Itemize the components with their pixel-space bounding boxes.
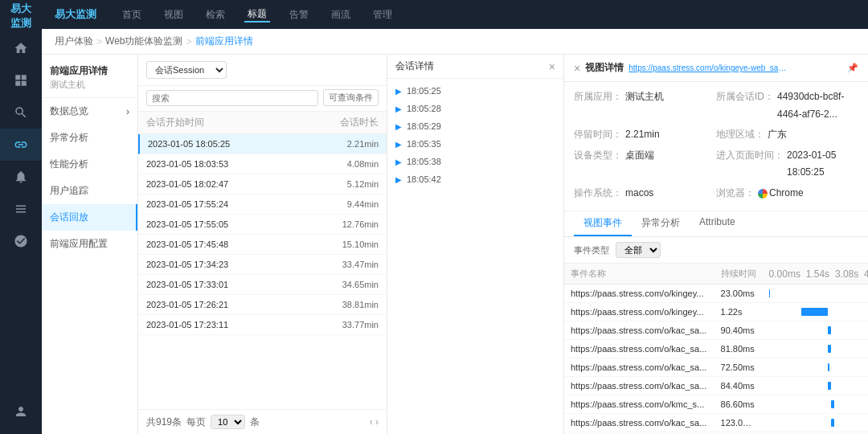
detail-close-button[interactable]: × bbox=[574, 62, 580, 75]
breadcrumb-item-1[interactable]: 用户体验 bbox=[55, 35, 93, 48]
nav-item-manage[interactable]: 管理 bbox=[370, 8, 395, 22]
session-id-value: 44930dcb-bc8f-4464-af76-2... bbox=[777, 88, 858, 123]
sidebar-icons bbox=[0, 32, 42, 257]
conv-close-button[interactable]: × bbox=[549, 60, 555, 73]
menu-item-performance[interactable]: 性能分析 bbox=[42, 151, 137, 178]
session-row[interactable]: 2023-01-05 17:45:48 15.10min bbox=[138, 235, 387, 255]
event-duration-cell: 1.22s bbox=[714, 303, 763, 321]
menu-item-overview[interactable]: 数据总览 › bbox=[42, 98, 137, 125]
session-row[interactable]: 2023-01-05 17:26:21 38.81min bbox=[138, 295, 387, 315]
sidebar-item-link[interactable] bbox=[0, 129, 42, 161]
session-type-select[interactable]: 会话Session bbox=[146, 61, 227, 79]
session-row[interactable]: 2023-01-05 17:55:24 9.44min bbox=[138, 194, 387, 215]
session-row[interactable]: 2023-01-05 18:03:53 4.08min bbox=[138, 154, 387, 174]
session-row[interactable]: 2023-01-05 17:33:01 34.65min bbox=[138, 275, 387, 295]
event-type-select[interactable]: 全部 bbox=[616, 242, 661, 258]
event-table-row[interactable]: https://paas.stress.com/o/kmc_s...86.60m… bbox=[564, 395, 868, 414]
sidebar-item-alert[interactable] bbox=[0, 161, 42, 193]
tab-attribute[interactable]: Attribute bbox=[690, 211, 745, 236]
session-duration: 12.76min bbox=[322, 219, 379, 229]
menu-item-exception[interactable]: 异常分析 bbox=[42, 125, 137, 151]
session-row[interactable]: 2023-01-05 17:34:23 33.47min bbox=[138, 255, 387, 275]
conv-item[interactable]: ▶ 18:05:42 bbox=[387, 170, 563, 188]
sidebar-item-home[interactable] bbox=[0, 32, 42, 64]
session-search-input[interactable] bbox=[146, 90, 318, 106]
session-time: 2023-01-05 17:33:01 bbox=[146, 280, 322, 289]
sidebar-item-dashboard[interactable] bbox=[0, 64, 42, 96]
timeline-bar bbox=[831, 400, 834, 408]
event-table-row[interactable]: https://paas.stress.com/o/kac_sa...81.80… bbox=[564, 340, 868, 358]
col-header-time: 会话开始时间 bbox=[146, 116, 322, 129]
event-table-row[interactable]: https://paas.stress.com/o/kac_sa...72.50… bbox=[564, 358, 868, 377]
event-timeline-cell bbox=[763, 395, 868, 414]
session-list-footer: 共919条 每页 10 20 50 条 ‹ › bbox=[138, 409, 387, 434]
nav-item-view[interactable]: 视图 bbox=[161, 8, 186, 22]
event-table-row[interactable]: https://paas.stress.com/o/kac_sa...90.40… bbox=[564, 321, 868, 340]
conv-time: 18:05:28 bbox=[407, 104, 441, 113]
session-duration: 33.77min bbox=[322, 320, 379, 330]
session-row[interactable]: 2023-01-05 17:23:11 33.77min bbox=[138, 315, 387, 335]
content-area: 前端应用详情 测试主机 数据总览 › 异常分析 性能分析 用户追踪 会话回放 前… bbox=[42, 55, 868, 434]
detail-tabs: 视图事件 异常分析 Attribute bbox=[564, 211, 868, 237]
menu-item-user-tracking[interactable]: 用户追踪 bbox=[42, 178, 137, 204]
event-type-label: 事件类型 bbox=[574, 244, 609, 256]
session-row[interactable]: 2023-01-05 18:02:47 5.12min bbox=[138, 174, 387, 194]
event-name-cell: https://paas.stress.com/o/kac_sa... bbox=[564, 358, 714, 377]
session-duration: 9.44min bbox=[322, 199, 379, 209]
session-list: 2023-01-05 18:05:25 2.21min 2023-01-05 1… bbox=[138, 134, 387, 409]
nav-item-flow[interactable]: 画流 bbox=[328, 8, 354, 22]
conv-item[interactable]: ▶ 18:05:25 bbox=[387, 82, 563, 100]
page-size-select[interactable]: 10 20 50 bbox=[211, 415, 245, 429]
conv-item[interactable]: ▶ 18:05:38 bbox=[387, 153, 563, 170]
breadcrumb-item-3[interactable]: 前端应用详情 bbox=[195, 35, 253, 48]
breadcrumb-item-2[interactable]: Web功能体验监测 bbox=[105, 35, 182, 48]
conv-item[interactable]: ▶ 18:05:35 bbox=[387, 135, 563, 153]
event-table-row[interactable]: https://paas.stress.com/o/kingey...1.22s bbox=[564, 303, 868, 321]
breadcrumb-sep-2: > bbox=[186, 36, 191, 47]
nav-item-home[interactable]: 首页 bbox=[119, 8, 145, 22]
pagination-arrows[interactable]: ‹ › bbox=[370, 416, 379, 428]
event-duration-cell: 72.50ms bbox=[714, 358, 763, 377]
filter-conditions-button[interactable]: 可查询条件 bbox=[323, 89, 379, 106]
info-row-app: 所属应用： 测试主机 bbox=[574, 88, 716, 123]
event-table-container: 事件名称 持续时间 0.00ms 1.54s 3.08s 4.62s 6.16s bbox=[564, 264, 868, 434]
event-table-body: https://paas.stress.com/o/kingey...23.00… bbox=[564, 285, 868, 434]
tab-view-events[interactable]: 视图事件 bbox=[574, 211, 632, 236]
info-row-device: 设备类型： 桌面端 bbox=[574, 147, 716, 182]
conv-panel-title: 会话详情 bbox=[395, 59, 434, 73]
detail-panel-title: 视图详情 bbox=[585, 61, 624, 75]
event-table-row[interactable]: https://paas.stress.com/o/kac_sa...123.0… bbox=[564, 414, 868, 432]
event-duration-cell: 123.00ms bbox=[714, 414, 763, 432]
sidebar: 易大监测 bbox=[0, 0, 42, 434]
info-row-session-id: 所属会话ID： 44930dcb-bc8f-4464-af76-2... bbox=[716, 88, 858, 123]
menu-item-config[interactable]: 前端应用配置 bbox=[42, 231, 137, 257]
tab-exception[interactable]: 异常分析 bbox=[632, 211, 690, 236]
nav-item-alert[interactable]: 告警 bbox=[286, 8, 312, 22]
browser-value: Chrome bbox=[758, 185, 804, 204]
sidebar-item-user[interactable] bbox=[0, 395, 42, 428]
timeline-2: 3.08s bbox=[835, 268, 858, 280]
session-duration: 2.21min bbox=[322, 139, 379, 149]
timeline-bar bbox=[828, 326, 831, 334]
sidebar-item-search[interactable] bbox=[0, 96, 42, 129]
play-icon: ▶ bbox=[395, 104, 402, 113]
session-duration: 34.65min bbox=[322, 280, 379, 289]
pin-icon[interactable]: 📌 bbox=[847, 63, 858, 73]
conv-time: 18:05:38 bbox=[407, 157, 441, 166]
event-table-row[interactable]: https://paas.stress.com/o/kac_sa...84.40… bbox=[564, 377, 868, 395]
session-row[interactable]: 2023-01-05 18:05:25 2.21min bbox=[138, 134, 387, 154]
sidebar-item-manage[interactable] bbox=[0, 225, 42, 257]
sidebar-item-flow[interactable] bbox=[0, 193, 42, 225]
event-name-cell: https://paas.stress.com/o/kac_sa... bbox=[564, 340, 714, 358]
detail-url-link[interactable]: https://paas.stress.com/o/kingeye-web_sa… bbox=[628, 63, 789, 72]
event-table-row[interactable]: https://paas.stress.com/o/kingey...23.00… bbox=[564, 285, 868, 303]
nav-item-link[interactable]: 标题 bbox=[244, 7, 270, 23]
nav-item-search[interactable]: 检索 bbox=[203, 8, 228, 22]
conv-item[interactable]: ▶ 18:05:28 bbox=[387, 100, 563, 117]
menu-item-session-replay[interactable]: 会话回放 bbox=[42, 204, 137, 231]
event-name-cell: https://paas.stress.com/o/kac_sa... bbox=[564, 377, 714, 395]
conv-item[interactable]: ▶ 18:05:29 bbox=[387, 117, 563, 135]
left-panel: 前端应用详情 测试主机 数据总览 › 异常分析 性能分析 用户追踪 会话回放 前… bbox=[42, 55, 138, 434]
session-duration: 5.12min bbox=[322, 179, 379, 189]
session-row[interactable]: 2023-01-05 17:55:05 12.76min bbox=[138, 215, 387, 235]
